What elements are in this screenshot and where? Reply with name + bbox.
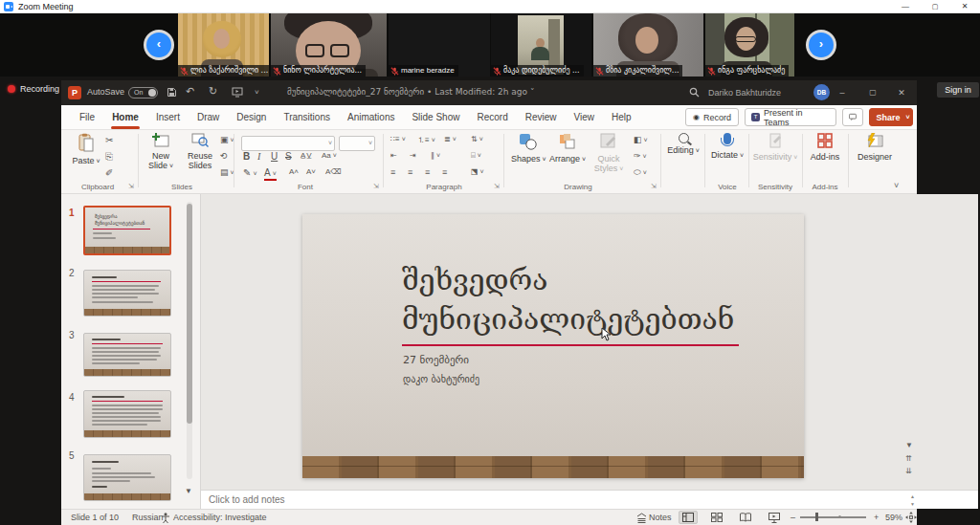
shapes-button[interactable]: Shapes [511, 133, 546, 164]
reset-slide-icon[interactable]: ⟲ [220, 151, 228, 161]
zoom-minimize-button[interactable]: — [898, 0, 913, 12]
normal-view-button[interactable] [679, 511, 698, 524]
grow-font-icon[interactable]: A˄ [289, 167, 299, 176]
participant-tile[interactable]: მაკა დიდებულიძე ... [491, 13, 591, 77]
shape-effects-icon[interactable]: ⬭ [634, 167, 647, 178]
participant-tile[interactable]: ლია ზაქარიშვილი ... [178, 13, 269, 77]
bold-button[interactable]: B [243, 151, 250, 162]
format-painter-icon[interactable]: ✐ [105, 167, 113, 178]
zoom-level[interactable]: 59% [885, 513, 902, 522]
previous-slide-button[interactable]: ⇈ [905, 454, 912, 463]
editing-button[interactable]: Editing [666, 133, 701, 156]
shape-outline-icon[interactable]: ✑ [634, 151, 647, 161]
gallery-next-button[interactable]: › [809, 33, 834, 57]
slide-canvas[interactable]: შეხვედრამუნიციპალიტეტებთან 27 ნოემბერი დ… [302, 214, 804, 478]
zoom-maximize-button[interactable]: ▢ [927, 0, 943, 12]
save-icon[interactable] [167, 87, 177, 98]
slide-thumbnail-4[interactable] [83, 390, 171, 438]
arrange-button[interactable]: Arrange [549, 133, 586, 164]
slide-thumbnail-1[interactable]: შეხვედრამუნიციპალიტეტებთან [83, 206, 171, 255]
sign-in-button[interactable]: Sign in [937, 82, 979, 98]
tab-review[interactable]: Review [517, 105, 566, 130]
participant-tile[interactable]: მზია კიკალიშვილ... [593, 13, 703, 77]
bullets-icon[interactable]: ∷≡ [390, 135, 406, 143]
tab-record[interactable]: Record [468, 105, 516, 130]
undo-icon[interactable]: ↶ [186, 85, 194, 98]
present-from-beginning-icon[interactable] [232, 87, 243, 98]
record-button[interactable]: ◉Record [685, 108, 739, 126]
font-size-select[interactable] [339, 136, 375, 151]
font-color-icon[interactable]: A [264, 167, 277, 181]
shape-fill-icon[interactable]: ◧ [634, 135, 648, 144]
tab-design[interactable]: Design [228, 105, 275, 130]
section-icon[interactable]: ▤ [220, 167, 234, 177]
tab-insert[interactable]: Insert [147, 105, 189, 130]
next-slide-button[interactable]: ⇊ [905, 467, 912, 475]
font-dialog-launcher[interactable]: ⇲ [373, 183, 379, 190]
text-highlight-icon[interactable]: ✎ [243, 167, 256, 178]
accessibility-status[interactable]: Accessibility: Investigate [173, 513, 267, 522]
user-avatar[interactable]: DB [813, 84, 830, 100]
notes-scroll-down-icon[interactable]: ▼ [910, 501, 915, 507]
increase-indent-icon[interactable]: ⇥ [410, 151, 416, 160]
notes-toggle-label[interactable]: Notes [649, 513, 672, 522]
collapse-ribbon-icon[interactable]: ˅ [894, 181, 899, 190]
slide-layout-icon[interactable]: ▣ [220, 135, 234, 144]
columns-icon[interactable]: ∥ [431, 151, 440, 160]
search-icon[interactable] [689, 87, 700, 98]
tab-file[interactable]: File [71, 105, 103, 130]
fit-slide-to-window-icon[interactable] [905, 512, 917, 523]
shrink-font-icon[interactable]: A˅ [306, 167, 316, 176]
ppt-restore-button[interactable]: ▢ [863, 80, 882, 105]
autosave-toggle[interactable]: On [128, 87, 158, 98]
clear-formatting-icon[interactable]: A⌫ [325, 167, 342, 176]
zoom-slider-track[interactable] [800, 516, 866, 518]
tab-view[interactable]: View [566, 105, 604, 130]
zoom-slider-thumb[interactable] [815, 513, 818, 521]
ppt-minimize-button[interactable]: – [833, 80, 852, 105]
zoom-close-button[interactable]: ✕ [957, 0, 972, 12]
participant-tile[interactable]: ინგა ფარცხალაძე [705, 13, 794, 77]
notes-placeholder[interactable]: Click to add notes [209, 494, 285, 505]
clipboard-dialog-launcher[interactable]: ⇲ [128, 183, 134, 190]
slide-thumbnail-2[interactable] [83, 270, 171, 317]
user-name[interactable]: Dariko Bakhturidze [708, 88, 781, 98]
share-button[interactable]: Share [869, 108, 913, 126]
decrease-indent-icon[interactable]: ⇤ [390, 151, 397, 160]
slide-show-button[interactable] [765, 511, 784, 524]
tab-help[interactable]: Help [603, 105, 640, 130]
thumbnail-scroll-down-icon[interactable]: ▼ [185, 487, 192, 495]
participant-tile-camera-off[interactable]: marine beradze [389, 13, 490, 77]
new-slide-button[interactable]: New Slide [144, 133, 178, 171]
zoom-in-button[interactable]: + [874, 513, 879, 522]
ppt-close-button[interactable]: ✕ [892, 80, 911, 105]
tab-slide-show[interactable]: Slide Show [403, 105, 468, 130]
zoom-out-button[interactable]: – [791, 513, 795, 522]
character-spacing-icon[interactable]: A̲V̲ [301, 151, 313, 160]
text-direction-icon[interactable]: ⌸ [471, 151, 481, 161]
change-case-icon[interactable]: Aa [322, 151, 337, 160]
multilevel-list-icon[interactable]: ≣ [444, 135, 457, 143]
slide-thumbnail-3[interactable] [83, 333, 171, 377]
add-ins-button[interactable]: Add-ins [806, 133, 844, 162]
paragraph-dialog-launcher[interactable]: ⇲ [494, 183, 500, 190]
quick-styles-button[interactable]: Quick Styles [590, 133, 628, 174]
tab-transitions[interactable]: Transitions [275, 105, 339, 130]
dictate-button[interactable]: Dictate [710, 133, 745, 161]
slide-sorter-view-button[interactable] [707, 511, 726, 524]
redo-icon[interactable]: ↻ [209, 85, 217, 98]
document-title[interactable]: მუნიციპალიტეტები_27 ნოემბერი • Last Modi… [287, 87, 534, 97]
line-spacing-icon[interactable]: ⇅ [471, 135, 483, 143]
align-center-icon[interactable]: ≡ [408, 167, 412, 177]
comments-button[interactable] [842, 108, 863, 126]
align-right-icon[interactable]: ≡ [425, 167, 430, 177]
gallery-prev-button[interactable]: ‹ [146, 33, 171, 57]
designer-button[interactable]: Designer [854, 133, 896, 162]
smartart-convert-icon[interactable]: ⬔ [471, 167, 484, 176]
participant-tile[interactable]: ნინო ლიპარტელია... [271, 13, 387, 77]
quick-access-more-icon[interactable]: ˅ [255, 88, 259, 97]
present-in-teams-button[interactable]: TPresent in Teams [745, 108, 836, 126]
notes-pane[interactable]: Click to add notes ▲ ▼ [201, 490, 978, 509]
tab-animations[interactable]: Animations [339, 105, 403, 130]
justify-icon[interactable]: ≡ [442, 167, 447, 177]
